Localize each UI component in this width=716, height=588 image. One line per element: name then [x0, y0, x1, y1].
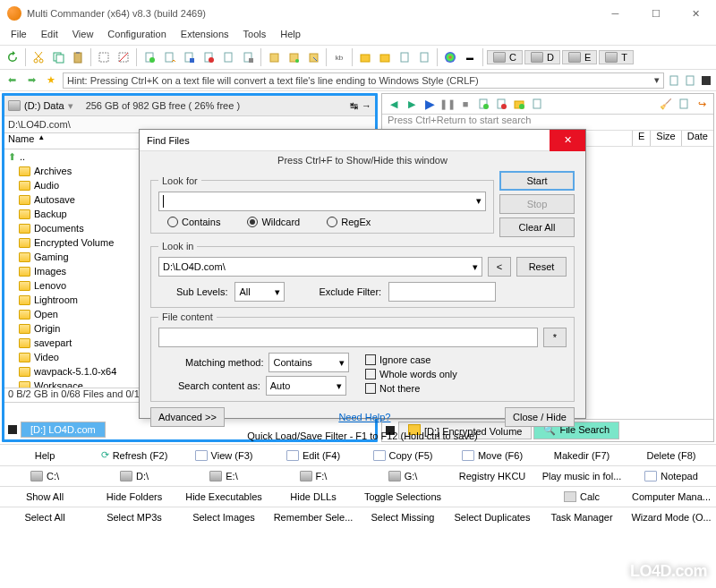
- left-tab-active[interactable]: [D:] LO4D.com: [21, 422, 106, 438]
- b3-0[interactable]: Show All: [0, 487, 90, 507]
- find-close-button[interactable]: ✕: [550, 130, 585, 151]
- b1-view[interactable]: View (F3): [179, 445, 268, 465]
- doc-new-icon[interactable]: [141, 48, 158, 66]
- b4-7[interactable]: Wizard Mode (O...: [626, 507, 716, 527]
- find-header[interactable]: Find Files ✕: [140, 130, 585, 151]
- b1-help[interactable]: Help: [0, 445, 90, 465]
- b1-copy[interactable]: Copy (F5): [358, 445, 448, 465]
- b3-5[interactable]: [448, 487, 537, 507]
- look-in-lt-button[interactable]: <: [488, 257, 511, 277]
- find-stop-button[interactable]: Stop: [499, 194, 575, 214]
- b2-reg[interactable]: Registry HKCU: [448, 466, 537, 486]
- copy-icon[interactable]: [49, 48, 67, 66]
- find-clear-button[interactable]: Clear All: [499, 217, 575, 237]
- panel-right-icon[interactable]: →: [362, 100, 371, 111]
- b3-1[interactable]: Hide Folders: [90, 487, 179, 507]
- doc-up-icon[interactable]: [160, 48, 178, 66]
- left-drive-dropdown-icon[interactable]: ▾: [68, 100, 73, 112]
- kb-icon[interactable]: kb: [330, 48, 348, 66]
- r-clean-icon[interactable]: 🧹: [658, 96, 674, 112]
- doc-save-icon[interactable]: [180, 48, 198, 66]
- sublevels-select[interactable]: All▾: [234, 282, 285, 302]
- sort-icon[interactable]: ▲: [38, 133, 45, 149]
- archive-new-icon[interactable]: [265, 48, 283, 66]
- rtoolbar-app-icon[interactable]: [700, 74, 712, 87]
- r-back-icon[interactable]: ◀: [386, 96, 402, 112]
- b4-5[interactable]: Select Duplicates: [448, 507, 537, 527]
- b1-makedir[interactable]: Makedir (F7): [537, 445, 626, 465]
- menu-file[interactable]: File: [5, 27, 32, 45]
- r-addfile-icon[interactable]: [475, 96, 491, 112]
- b1-refresh[interactable]: ⟳Refresh (F2): [90, 445, 179, 465]
- r-redo-icon[interactable]: ↪: [694, 96, 710, 112]
- r-newdoc-icon[interactable]: [676, 96, 692, 112]
- b1-move[interactable]: Move (F6): [448, 445, 537, 465]
- hint-dropdown-icon[interactable]: ▾: [654, 74, 660, 86]
- look-for-input[interactable]: ▾: [158, 192, 486, 211]
- file-content-input[interactable]: [158, 328, 538, 347]
- b1-delete[interactable]: Delete (F8): [626, 445, 716, 465]
- b4-0[interactable]: Select All: [0, 507, 90, 527]
- exclude-input[interactable]: [388, 282, 496, 302]
- look-in-reset-button[interactable]: Reset: [516, 257, 567, 277]
- refresh-icon[interactable]: [4, 48, 21, 66]
- drive-t-button[interactable]: T: [599, 50, 634, 64]
- deselect-icon[interactable]: [115, 48, 132, 66]
- drive-c-button[interactable]: C: [487, 50, 523, 64]
- menu-extensions[interactable]: Extensions: [175, 27, 234, 45]
- panel-swap-icon[interactable]: ↹: [350, 100, 358, 112]
- lookfor-dropdown-icon[interactable]: ▾: [476, 195, 482, 207]
- b2-e[interactable]: E:\: [179, 466, 268, 486]
- fold1-icon[interactable]: [356, 48, 374, 66]
- find-close-hide-button[interactable]: Close / Hide: [505, 407, 575, 427]
- menu-configuration[interactable]: Configuration: [102, 27, 171, 45]
- doc-misc1-icon[interactable]: [396, 48, 413, 66]
- back-icon[interactable]: ⬅: [4, 72, 20, 89]
- find-regex-radio[interactable]: RegEx: [327, 217, 371, 227]
- r-savefile-icon[interactable]: [529, 96, 545, 112]
- col-e[interactable]: E: [632, 131, 650, 146]
- forward-icon[interactable]: ➡: [23, 72, 39, 89]
- close-button[interactable]: ✕: [676, 0, 716, 27]
- find-need-help-link[interactable]: Need Help?: [338, 412, 390, 422]
- archive-open-icon[interactable]: [285, 48, 303, 66]
- paste-icon[interactable]: [69, 48, 87, 66]
- b1-edit[interactable]: Edit (F4): [268, 445, 358, 465]
- r-addfolder-icon[interactable]: [511, 96, 527, 112]
- r-fwd-icon[interactable]: ▶: [404, 96, 420, 112]
- doc-del-icon[interactable]: [200, 48, 217, 66]
- fold2-icon[interactable]: [376, 48, 394, 66]
- col-date[interactable]: Date: [681, 131, 713, 146]
- b4-3[interactable]: Remember Sele...: [268, 507, 358, 527]
- menu-view[interactable]: View: [67, 27, 99, 45]
- b3-4[interactable]: Toggle Selections: [358, 487, 448, 507]
- doc-misc2-icon[interactable]: [415, 48, 433, 66]
- b3-3[interactable]: Hide DLLs: [268, 487, 358, 507]
- col-size[interactable]: Size: [650, 131, 680, 146]
- doc-edit-icon[interactable]: [219, 48, 237, 66]
- find-start-button[interactable]: Start: [499, 171, 575, 191]
- b2-d[interactable]: D:\: [90, 466, 179, 486]
- minimize-button[interactable]: ─: [595, 0, 635, 27]
- text-icon[interactable]: ▬: [461, 48, 479, 66]
- b4-6[interactable]: Task Manager: [537, 507, 626, 527]
- drive-d-button[interactable]: D: [524, 50, 560, 64]
- find-advanced-button[interactable]: Advanced >>: [150, 407, 225, 427]
- b2-music[interactable]: Play music in fol...: [537, 466, 626, 486]
- b2-notepad[interactable]: Notepad: [626, 466, 716, 486]
- b3-7[interactable]: Computer Mana...: [626, 487, 716, 507]
- maximize-button[interactable]: ☐: [635, 0, 676, 27]
- r-pause-icon[interactable]: ❚❚: [439, 96, 456, 112]
- menu-help[interactable]: Help: [275, 27, 306, 45]
- rtoolbar-a-icon[interactable]: [668, 74, 680, 87]
- cut-icon[interactable]: [30, 48, 47, 66]
- b2-f[interactable]: F:\: [268, 466, 358, 486]
- search-as-select[interactable]: Auto▾: [266, 376, 346, 396]
- r-stop-icon[interactable]: ■: [457, 96, 473, 112]
- r-play-icon[interactable]: ▶: [422, 96, 438, 112]
- r-remfile-icon[interactable]: [493, 96, 509, 112]
- left-drive-label[interactable]: (D:) Data: [24, 100, 64, 111]
- file-content-star-button[interactable]: *: [543, 328, 567, 347]
- matching-select[interactable]: Contains▾: [268, 353, 349, 372]
- menu-edit[interactable]: Edit: [36, 27, 64, 45]
